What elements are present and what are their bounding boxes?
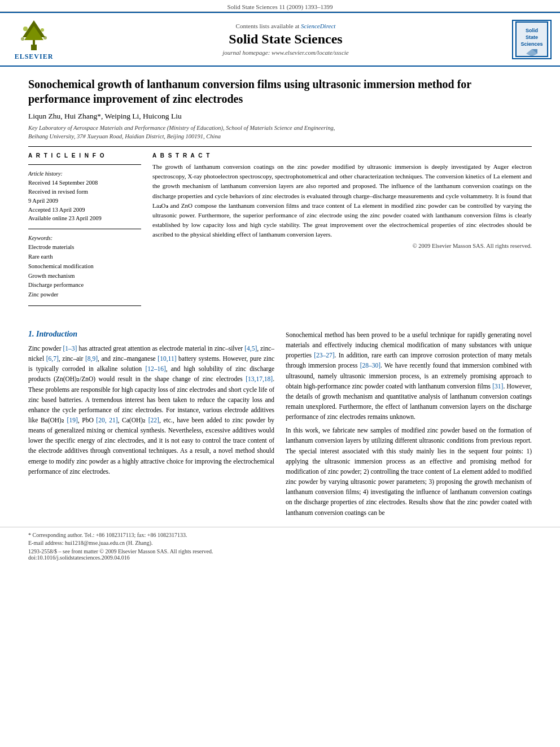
- keywords-section: Keywords: Electrode materialsRare earthS…: [28, 235, 141, 300]
- abstract-text: The growth of lanthanum conversion coati…: [152, 162, 532, 239]
- article-meta-section: A R T I C L E I N F O Article history: R…: [28, 152, 532, 312]
- body-left-col: 1. Introduction Zinc powder [1–3] has at…: [28, 330, 274, 521]
- footer: * Corresponding author. Tel.: +86 108231…: [0, 527, 560, 565]
- article-info-label: A R T I C L E I N F O: [28, 152, 141, 159]
- svg-point-7: [43, 36, 47, 40]
- journal-logo: Solid State Sciences: [509, 20, 554, 59]
- abstract-label: A B S T R A C T: [152, 152, 532, 159]
- page: Solid State Sciences 11 (2009) 1393–1399…: [0, 0, 560, 747]
- keywords-list: Electrode materialsRare earthSonochemica…: [28, 243, 141, 300]
- science-direct-link[interactable]: ScienceDirect: [301, 23, 335, 29]
- article-history: Article history: Received 14 September 2…: [28, 171, 141, 223]
- journal-logo-box: Solid State Sciences: [512, 20, 552, 59]
- intro-right-text: Sonochemical method has been proved to b…: [286, 330, 532, 518]
- journal-title: Solid State Sciences: [68, 32, 504, 47]
- intro-heading: 1. Introduction: [28, 330, 274, 339]
- affiliation: Key Laboratory of Aerospace Materials an…: [28, 124, 532, 141]
- citation-text: Solid State Sciences 11 (2009) 1393–1399: [228, 3, 333, 10]
- footnote-email: E-mail address: hui1218@mse.juaa.edu.cn …: [28, 540, 532, 546]
- copyright: © 2009 Elsevier Masson SAS. All rights r…: [152, 243, 532, 249]
- article-info-col: A R T I C L E I N F O Article history: R…: [28, 152, 141, 312]
- elsevier-label: ELSEVIER: [15, 53, 54, 61]
- elsevier-logo: ELSEVIER: [6, 18, 62, 61]
- issn-line: 1293-2558/$ – see front matter © 2009 El…: [28, 548, 532, 561]
- article-title: Sonochemical growth of lanthanum convers…: [28, 77, 532, 106]
- svg-text:State: State: [526, 34, 538, 40]
- body-right-col: Sonochemical method has been proved to b…: [286, 330, 532, 521]
- svg-point-5: [41, 28, 44, 32]
- journal-header: ELSEVIER Contents lists available at Sci…: [0, 12, 560, 67]
- journal-center: Contents lists available at ScienceDirec…: [68, 23, 504, 56]
- journal-homepage: journal homepage: www.elsevier.com/locat…: [68, 49, 504, 56]
- svg-text:Solid: Solid: [526, 28, 538, 33]
- elsevier-tree-icon: [14, 18, 54, 51]
- divider-top: [28, 146, 532, 147]
- svg-text:Sciences: Sciences: [520, 41, 542, 47]
- abstract-col: A B S T R A C T The growth of lanthanum …: [152, 152, 532, 312]
- keywords-divider: [28, 229, 141, 229]
- info-divider: [28, 164, 141, 165]
- svg-point-6: [21, 37, 24, 41]
- svg-point-4: [23, 27, 28, 31]
- article-content: Sonochemical growth of lanthanum convers…: [0, 67, 560, 330]
- footnote-star: * Corresponding author. Tel.: +86 108231…: [28, 532, 532, 538]
- contents-line: Contents lists available at ScienceDirec…: [68, 23, 504, 29]
- bottom-divider: [28, 305, 141, 306]
- main-body: 1. Introduction Zinc powder [1–3] has at…: [0, 330, 560, 527]
- authors: Liqun Zhu, Hui Zhang*, Weiping Li, Huico…: [28, 112, 532, 121]
- journal-citation: Solid State Sciences 11 (2009) 1393–1399: [0, 0, 560, 12]
- intro-left-text: Zinc powder [1–3] has attracted great at…: [28, 343, 274, 477]
